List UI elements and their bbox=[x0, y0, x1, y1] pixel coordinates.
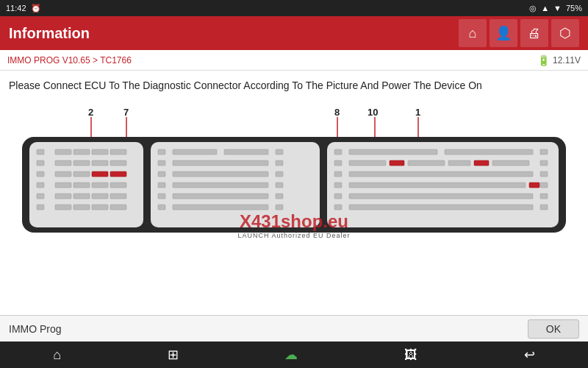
svg-rect-29 bbox=[74, 194, 90, 199]
main-content: Please Connect ECU To The Diagnostic Con… bbox=[0, 71, 588, 315]
status-bar: 11:42 ⏰ ◎ ▲ ▼ 75% bbox=[0, 0, 588, 16]
nav-image-icon[interactable]: 🖼 bbox=[392, 344, 429, 366]
svg-rect-56 bbox=[276, 205, 283, 210]
battery-icon: 🔋 bbox=[537, 54, 550, 66]
svg-rect-62 bbox=[334, 160, 342, 166]
svg-rect-51 bbox=[158, 194, 165, 199]
nav-cloud-icon[interactable]: ☁ bbox=[273, 344, 309, 366]
svg-rect-12 bbox=[37, 160, 44, 166]
svg-rect-58 bbox=[334, 149, 342, 155]
svg-rect-26 bbox=[110, 183, 126, 188]
nav-bar: ⌂ ⊞ ☁ 🖼 ↩ bbox=[0, 342, 588, 368]
label-7: 7 bbox=[123, 107, 129, 118]
svg-rect-63 bbox=[349, 160, 386, 166]
svg-rect-41 bbox=[276, 149, 283, 155]
svg-rect-30 bbox=[92, 194, 108, 199]
svg-rect-79 bbox=[540, 194, 548, 199]
svg-rect-80 bbox=[334, 205, 342, 210]
battery-info: 🔋 12.11V bbox=[537, 54, 581, 66]
svg-rect-48 bbox=[158, 183, 165, 188]
home-button[interactable]: ⌂ bbox=[459, 19, 487, 47]
svg-rect-60 bbox=[445, 149, 533, 155]
svg-rect-77 bbox=[334, 194, 342, 199]
connector-diagram: 2 7 8 10 1 bbox=[15, 104, 573, 240]
svg-rect-45 bbox=[158, 171, 165, 177]
svg-rect-9 bbox=[74, 149, 90, 155]
svg-rect-17 bbox=[37, 171, 44, 177]
nav-windows-icon[interactable]: ⊞ bbox=[156, 344, 190, 366]
battery-percent: 75% bbox=[566, 4, 582, 13]
svg-rect-71 bbox=[349, 171, 533, 177]
svg-rect-28 bbox=[55, 194, 71, 199]
breadcrumb-bar: IMMO PROG V10.65 > TC1766 🔋 12.11V bbox=[0, 50, 588, 71]
signal-icon: ▼ bbox=[553, 4, 562, 13]
svg-rect-20 bbox=[92, 171, 108, 177]
nav-home-icon[interactable]: ⌂ bbox=[41, 344, 73, 366]
svg-rect-32 bbox=[37, 205, 44, 210]
status-right: ◎ ▲ ▼ 75% bbox=[529, 4, 582, 13]
export-button[interactable]: ⬡ bbox=[551, 19, 579, 47]
svg-rect-36 bbox=[110, 205, 126, 210]
svg-rect-49 bbox=[173, 183, 268, 188]
watermark-text: X431shop.eu bbox=[240, 211, 348, 231]
label-1: 1 bbox=[415, 107, 420, 118]
svg-rect-46 bbox=[173, 171, 268, 177]
svg-rect-47 bbox=[276, 171, 283, 177]
label-8: 8 bbox=[334, 107, 340, 118]
svg-rect-8 bbox=[55, 149, 71, 155]
svg-rect-38 bbox=[158, 149, 165, 155]
svg-rect-39 bbox=[173, 149, 217, 155]
svg-rect-14 bbox=[74, 160, 90, 166]
svg-rect-7 bbox=[37, 149, 44, 155]
svg-rect-19 bbox=[74, 171, 90, 177]
svg-rect-64 bbox=[390, 160, 404, 166]
page-title: Information bbox=[9, 25, 90, 42]
svg-rect-43 bbox=[173, 160, 268, 166]
svg-rect-11 bbox=[110, 149, 126, 155]
svg-rect-22 bbox=[37, 183, 44, 188]
location-icon: ◎ bbox=[529, 4, 537, 13]
svg-rect-74 bbox=[349, 183, 526, 188]
svg-rect-65 bbox=[408, 160, 445, 166]
svg-rect-16 bbox=[110, 160, 126, 166]
svg-rect-68 bbox=[492, 160, 529, 166]
svg-rect-42 bbox=[158, 160, 165, 166]
svg-rect-31 bbox=[110, 194, 126, 199]
svg-rect-23 bbox=[55, 183, 71, 188]
svg-rect-78 bbox=[349, 194, 533, 199]
svg-rect-61 bbox=[540, 149, 548, 155]
svg-rect-52 bbox=[173, 194, 268, 199]
svg-rect-81 bbox=[349, 205, 533, 210]
battery-voltage: 12.11V bbox=[553, 55, 581, 66]
print-button[interactable]: 🖨 bbox=[520, 19, 548, 47]
bottom-bar: IMMO Prog OK bbox=[0, 315, 588, 342]
svg-rect-10 bbox=[92, 149, 108, 155]
footer-label: IMMO Prog bbox=[9, 323, 62, 335]
svg-rect-15 bbox=[92, 160, 108, 166]
status-left: 11:42 ⏰ bbox=[6, 4, 41, 13]
svg-rect-72 bbox=[540, 171, 548, 177]
nav-back-icon[interactable]: ↩ bbox=[512, 344, 547, 366]
svg-rect-59 bbox=[349, 149, 437, 155]
svg-rect-21 bbox=[110, 171, 126, 177]
svg-rect-55 bbox=[173, 205, 268, 210]
svg-rect-70 bbox=[334, 171, 342, 177]
ok-button[interactable]: OK bbox=[528, 319, 579, 339]
svg-rect-73 bbox=[334, 183, 342, 188]
svg-rect-76 bbox=[540, 183, 548, 188]
svg-rect-66 bbox=[448, 160, 470, 166]
svg-rect-53 bbox=[276, 194, 283, 199]
svg-rect-40 bbox=[224, 149, 268, 155]
wifi-icon: ▲ bbox=[541, 4, 549, 13]
breadcrumb-path: IMMO PROG V10.65 > TC1766 bbox=[7, 55, 132, 66]
svg-rect-13 bbox=[55, 160, 71, 166]
label-10: 10 bbox=[368, 107, 378, 118]
alarm-icon: ⏰ bbox=[31, 4, 41, 13]
svg-rect-44 bbox=[276, 160, 283, 166]
svg-rect-33 bbox=[55, 205, 71, 210]
user-button[interactable]: 👤 bbox=[490, 19, 517, 47]
svg-rect-75 bbox=[529, 183, 539, 188]
svg-rect-24 bbox=[74, 183, 90, 188]
svg-rect-27 bbox=[37, 194, 44, 199]
svg-rect-50 bbox=[276, 183, 283, 188]
